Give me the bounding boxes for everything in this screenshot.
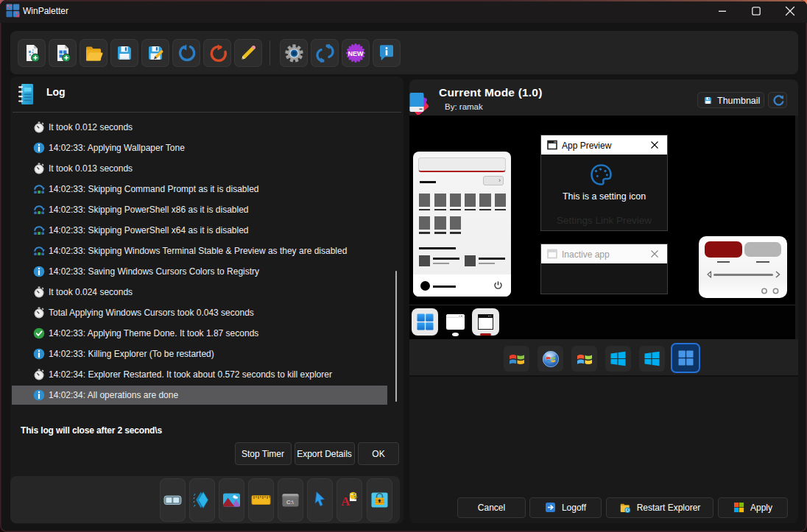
svg-text:NEW: NEW — [348, 50, 364, 57]
svg-text:C:\: C:\ — [286, 498, 295, 505]
svg-text:A: A — [341, 494, 350, 508]
